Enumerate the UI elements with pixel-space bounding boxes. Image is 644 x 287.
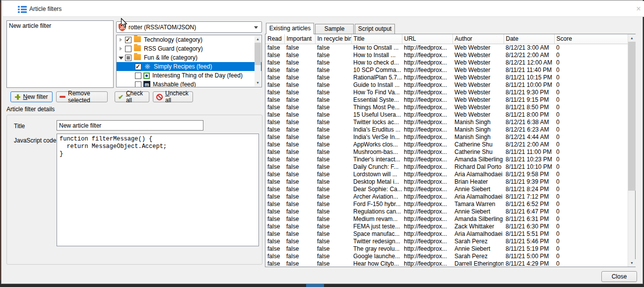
column-header-date[interactable]: Date: [504, 34, 554, 44]
scroll-up-icon[interactable]: ▲: [255, 36, 261, 43]
cell-date[interactable]: 8/11/21 11:00 PM: [504, 148, 554, 156]
column-header-url[interactable]: URL: [402, 34, 452, 44]
tab-sample-article[interactable]: Sample article: [315, 24, 354, 34]
cell-author[interactable]: Web Webster: [452, 81, 504, 89]
cell-date[interactable]: 8/11/21 5:19 PM: [504, 245, 554, 253]
table-row[interactable]: falsefalsefalseTwitter redesign...http:/…: [265, 238, 628, 245]
table-row[interactable]: falsefalsefalseAppWorks clos...http://fe…: [265, 141, 628, 148]
cell-read[interactable]: false: [265, 163, 284, 171]
cell-url[interactable]: http://feedprox...: [402, 156, 452, 163]
cell-important[interactable]: false: [284, 74, 315, 81]
table-row[interactable]: falsefalsefalseFord F-150 hybr...http://…: [265, 201, 628, 208]
cell-important[interactable]: false: [284, 126, 315, 134]
table-row[interactable]: falsefalsefalseHow to check d...http://f…: [265, 59, 628, 67]
cell-important[interactable]: false: [284, 148, 315, 156]
cell-date[interactable]: 8/11/21 4:29 PM: [504, 260, 554, 268]
cell-author[interactable]: Web Webster: [452, 89, 504, 96]
cell-score[interactable]: 0: [554, 193, 628, 201]
cell-important[interactable]: false: [284, 119, 315, 126]
cell-important[interactable]: false: [284, 141, 315, 148]
cell-in-recycle-bin[interactable]: false: [315, 81, 351, 89]
cell-score[interactable]: 0: [554, 59, 628, 67]
cell-read[interactable]: false: [265, 215, 284, 223]
cell-in-recycle-bin[interactable]: false: [315, 193, 351, 201]
cell-author[interactable]: Annie Siebert: [452, 208, 504, 215]
cell-in-recycle-bin[interactable]: false: [315, 134, 351, 141]
cell-read[interactable]: false: [265, 126, 284, 134]
cell-read[interactable]: false: [265, 119, 284, 126]
cell-url[interactable]: http://feedprox...: [402, 59, 452, 67]
cell-author[interactable]: Web Webster: [452, 52, 504, 59]
cell-read[interactable]: false: [265, 178, 284, 186]
cell-read[interactable]: false: [265, 223, 284, 230]
cell-date[interactable]: 8/12/21 3:00 AM: [504, 44, 554, 52]
table-row[interactable]: falsefalsefalseRationalPlan 5.7...http:/…: [265, 74, 628, 81]
cell-in-recycle-bin[interactable]: false: [315, 245, 351, 253]
cell-author[interactable]: Sarah Perez: [452, 253, 504, 260]
cell-author[interactable]: Web Webster: [452, 67, 504, 74]
cell-important[interactable]: false: [284, 163, 315, 171]
cell-url[interactable]: http://feedprox...: [402, 163, 452, 171]
cell-read[interactable]: false: [265, 59, 284, 67]
cell-important[interactable]: false: [284, 186, 315, 193]
cell-date[interactable]: 8/11/21 5:46 PM: [504, 238, 554, 245]
cell-in-recycle-bin[interactable]: false: [315, 230, 351, 238]
cell-in-recycle-bin[interactable]: false: [315, 223, 351, 230]
column-header-in-recycle-bin[interactable]: In recycle bin: [315, 34, 351, 44]
cell-author[interactable]: Amanda Silberling: [452, 156, 504, 163]
cell-author[interactable]: Zack Whittaker: [452, 223, 504, 230]
cell-title[interactable]: Twitter locks ac...: [351, 119, 402, 126]
cell-title[interactable]: AppWorks clos...: [351, 141, 402, 148]
table-row[interactable]: falsefalsefalse15 Useful Usera...http://…: [265, 111, 628, 119]
checkbox-unchecked[interactable]: [125, 46, 131, 52]
cell-read[interactable]: false: [265, 186, 284, 193]
cell-important[interactable]: false: [284, 253, 315, 260]
cell-date[interactable]: 8/11/21 5:00 PM: [504, 253, 554, 260]
filters-list[interactable]: New article filter: [6, 20, 114, 88]
cell-in-recycle-bin[interactable]: false: [315, 148, 351, 156]
cell-date[interactable]: 8/11/21 9:39 PM: [504, 178, 554, 186]
close-button[interactable]: Close: [601, 271, 637, 282]
cell-author[interactable]: Web Webster: [452, 104, 504, 111]
cell-url[interactable]: http://feedprox...: [402, 111, 452, 119]
checkbox-unchecked[interactable]: [135, 72, 141, 79]
cell-in-recycle-bin[interactable]: false: [315, 238, 351, 245]
cell-important[interactable]: false: [284, 96, 315, 104]
column-header-title[interactable]: Title: [351, 34, 402, 44]
cell-read[interactable]: false: [265, 148, 284, 156]
checkbox-checked[interactable]: [135, 64, 141, 70]
checkbox-unchecked[interactable]: [135, 81, 141, 88]
cell-important[interactable]: false: [284, 215, 315, 223]
cell-important[interactable]: false: [284, 104, 315, 111]
cell-date[interactable]: 8/11/21 9:30 PM: [504, 89, 554, 96]
cell-date[interactable]: 8/11/21 6:30 PM: [504, 223, 554, 230]
table-scrollbar[interactable]: ▲ ▼: [628, 34, 635, 267]
tree-item[interactable]: ❋Simply Recipes (feed): [117, 62, 261, 71]
cell-title[interactable]: Ford F-150 hybr...: [351, 201, 402, 208]
cell-score[interactable]: 0: [554, 208, 628, 215]
cell-in-recycle-bin[interactable]: false: [315, 119, 351, 126]
cell-url[interactable]: http://feedprox...: [402, 178, 452, 186]
cell-author[interactable]: Web Webster: [452, 59, 504, 67]
cell-in-recycle-bin[interactable]: false: [315, 171, 351, 178]
title-input[interactable]: [57, 120, 203, 131]
cell-in-recycle-bin[interactable]: false: [315, 253, 351, 260]
cell-score[interactable]: 0: [554, 111, 628, 119]
cell-date[interactable]: 8/11/21 10:15 PM: [504, 74, 554, 81]
cell-read[interactable]: false: [265, 253, 284, 260]
cell-title[interactable]: The gray revolu...: [351, 245, 402, 253]
cell-date[interactable]: 8/12/21 6:23 AM: [504, 126, 554, 134]
cell-score[interactable]: 0: [554, 178, 628, 186]
scroll-down-icon[interactable]: ▼: [628, 259, 636, 267]
table-row[interactable]: falsefalsefalseIndia's VerSe In...http:/…: [265, 134, 628, 141]
table-row[interactable]: falsefalsefalseIndia's Eruditus ...http:…: [265, 126, 628, 134]
cell-author[interactable]: Catherine Shu: [452, 141, 504, 148]
cell-author[interactable]: Aria Alamalhodaei: [452, 193, 504, 201]
cell-important[interactable]: false: [284, 230, 315, 238]
new-filter-button[interactable]: New filter: [10, 91, 53, 102]
cell-important[interactable]: false: [284, 238, 315, 245]
javascript-code-editor[interactable]: function filterMessage() { return Messag…: [57, 134, 259, 246]
cell-title[interactable]: Regulations can...: [351, 208, 402, 215]
cell-author[interactable]: Amanda Silberling: [452, 215, 504, 223]
cell-date[interactable]: 8/11/21 7:12 PM: [504, 193, 554, 201]
